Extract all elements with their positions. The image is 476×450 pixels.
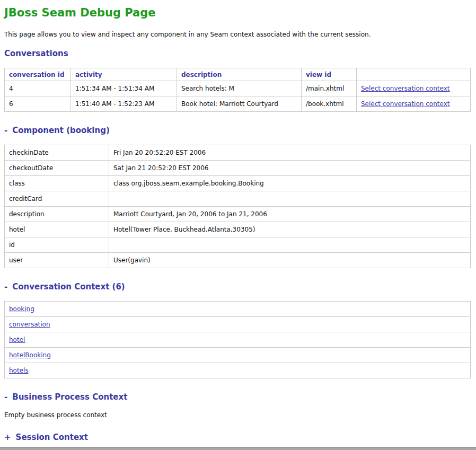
conversation-id-cell: 6: [5, 96, 71, 112]
conversations-table: conversation id activity description vie…: [4, 68, 471, 112]
component-row: id: [5, 237, 471, 253]
column-header-conversation-id: conversation id: [5, 68, 71, 81]
collapse-icon: -: [4, 126, 7, 135]
context-item-row: hotel: [5, 332, 471, 348]
context-item-row: hotelBooking: [5, 348, 471, 363]
context-item-link[interactable]: hotelBooking: [9, 351, 51, 359]
window-bottom-edge: [0, 447, 476, 450]
conversation-action-cell: Select conversation context: [357, 81, 471, 96]
conversation-activity-cell: 1:51:34 AM - 1:51:34 AM: [71, 81, 177, 96]
property-name-cell: id: [5, 237, 109, 253]
property-name-cell: description: [5, 207, 109, 222]
column-header-view-id: view id: [302, 68, 357, 81]
component-section-heading: -Component (booking): [4, 126, 471, 135]
business-process-section-heading: -Business Process Context: [4, 392, 471, 402]
conversation-view-id-cell: /main.xhtml: [302, 81, 357, 96]
component-section-toggle[interactable]: -Component (booking): [4, 126, 110, 135]
property-value-cell: class org.jboss.seam.example.booking.Boo…: [109, 176, 471, 191]
conversation-view-id-cell: /book.xhtml: [302, 96, 357, 112]
component-row: creditCard: [5, 191, 471, 207]
context-item-cell: hotelBooking: [5, 348, 471, 363]
context-item-cell: hotel: [5, 332, 471, 348]
conversation-context-table: booking conversation hotel hotelBooking: [4, 301, 471, 378]
business-process-empty-text: Empty business process context: [4, 411, 471, 419]
conversation-action-cell: Select conversation context: [357, 96, 471, 112]
business-process-section-toggle[interactable]: -Business Process Context: [4, 392, 127, 402]
debug-page: JBoss Seam Debug Page This page allows y…: [0, 0, 476, 450]
conversations-header-row: conversation id activity description vie…: [5, 68, 471, 81]
property-value-cell: Sat Jan 21 20:52:20 EST 2006: [109, 161, 471, 176]
property-value-cell: Marriott Courtyard, Jan 20, 2006 to Jan …: [109, 207, 471, 222]
conversation-context-section-heading: -Conversation Context (6): [4, 282, 471, 292]
component-row: user User(gavin): [5, 253, 471, 268]
context-item-cell: booking: [5, 302, 471, 317]
component-row: checkinDate Fri Jan 20 20:52:20 EST 2006: [5, 145, 471, 161]
context-item-link[interactable]: hotels: [9, 367, 29, 374]
column-header-activity: activity: [71, 68, 177, 81]
property-name-cell: creditCard: [5, 191, 109, 207]
conversation-context-heading-label: Conversation Context (6): [12, 282, 125, 292]
property-value-cell: [109, 191, 471, 207]
context-item-row: hotels: [5, 363, 471, 378]
select-conversation-context-link[interactable]: Select conversation context: [361, 85, 449, 92]
property-value-cell: Fri Jan 20 20:52:20 EST 2006: [109, 145, 471, 161]
conversation-activity-cell: 1:51:40 AM - 1:52:23 AM: [71, 96, 177, 112]
context-item-link[interactable]: booking: [9, 305, 34, 313]
conversation-description-cell: Book hotel: Marriott Courtyard: [177, 96, 302, 112]
page-intro: This page allows you to view and inspect…: [4, 31, 471, 38]
session-context-heading-label: Session Context: [16, 433, 88, 442]
conversation-description-cell: Search hotels: M: [177, 81, 302, 96]
conversation-row: 6 1:51:40 AM - 1:52:23 AM Book hotel: Ma…: [5, 96, 471, 112]
column-header-description: description: [177, 68, 302, 81]
context-item-row: booking: [5, 302, 471, 317]
collapse-icon: -: [4, 392, 7, 402]
property-name-cell: hotel: [5, 222, 109, 237]
property-name-cell: checkinDate: [5, 145, 109, 161]
collapse-icon: -: [4, 282, 7, 292]
property-name-cell: checkoutDate: [5, 161, 109, 176]
component-heading-label: Component (booking): [12, 126, 110, 135]
context-item-cell: conversation: [5, 317, 471, 332]
property-value-cell: [109, 237, 471, 253]
page-title: JBoss Seam Debug Page: [4, 6, 471, 19]
expand-icon: +: [4, 433, 11, 442]
context-item-cell: hotels: [5, 363, 471, 378]
conversation-context-section-toggle[interactable]: -Conversation Context (6): [4, 282, 125, 292]
session-context-section-heading: +Session Context: [4, 433, 471, 442]
component-row: class class org.jboss.seam.example.booki…: [5, 176, 471, 191]
conversation-row: 4 1:51:34 AM - 1:51:34 AM Search hotels:…: [5, 81, 471, 96]
property-value-cell: User(gavin): [109, 253, 471, 268]
property-name-cell: user: [5, 253, 109, 268]
context-item-link[interactable]: conversation: [9, 321, 50, 328]
component-table: checkinDate Fri Jan 20 20:52:20 EST 2006…: [4, 145, 471, 268]
component-row: description Marriott Courtyard, Jan 20, …: [5, 207, 471, 222]
column-header-action: [357, 68, 471, 81]
business-process-heading-label: Business Process Context: [12, 392, 127, 402]
context-item-row: conversation: [5, 317, 471, 332]
component-row: hotel Hotel(Tower Place, Buckhead,Atlant…: [5, 222, 471, 237]
session-context-section-toggle[interactable]: +Session Context: [4, 433, 88, 442]
context-item-link[interactable]: hotel: [9, 336, 25, 343]
select-conversation-context-link[interactable]: Select conversation context: [361, 100, 449, 108]
property-value-cell: Hotel(Tower Place, Buckhead,Atlanta,3030…: [109, 222, 471, 237]
component-row: checkoutDate Sat Jan 21 20:52:20 EST 200…: [5, 161, 471, 176]
property-name-cell: class: [5, 176, 109, 191]
conversation-id-cell: 4: [5, 81, 71, 96]
conversations-heading: Conversations: [4, 49, 471, 58]
